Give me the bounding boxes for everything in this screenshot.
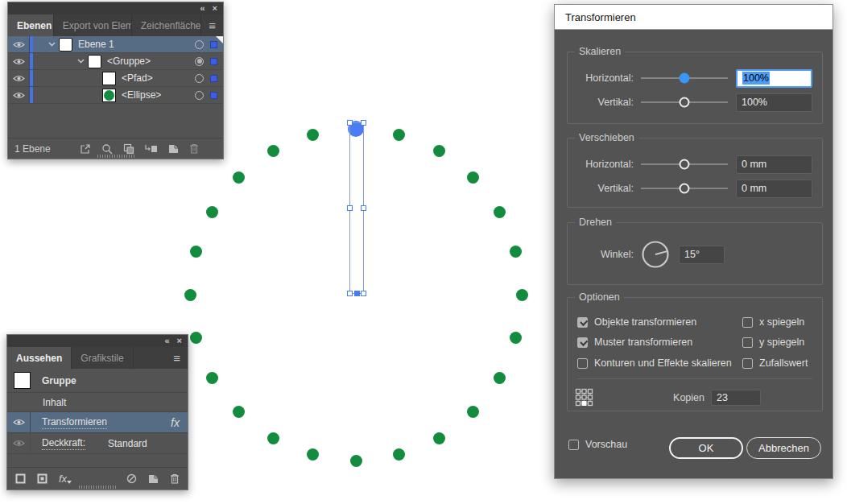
layer-name[interactable]: <Ellipse>	[122, 89, 161, 101]
close-panel-icon[interactable]: ×	[177, 337, 182, 345]
move-vertical-input[interactable]: 0 mm	[736, 180, 812, 198]
chevron-down-icon[interactable]	[73, 59, 88, 64]
pattern-dot[interactable]	[393, 448, 405, 461]
add-new-stroke-icon[interactable]	[15, 473, 26, 484]
ellipse-thumbnail[interactable]	[102, 89, 116, 102]
tab-ebenen[interactable]: Ebenen	[8, 14, 54, 36]
chevron-down-icon[interactable]	[44, 42, 59, 47]
checkbox[interactable]	[577, 317, 588, 328]
ok-button[interactable]: OK	[669, 437, 743, 459]
path-thumbnail[interactable]	[102, 72, 116, 85]
group-thumbnail[interactable]	[88, 55, 101, 68]
pattern-dot[interactable]	[350, 455, 362, 467]
new-sublayer-icon[interactable]	[145, 143, 158, 154]
visibility-eye-icon[interactable]	[8, 70, 30, 86]
angle-dial[interactable]	[640, 239, 671, 270]
pattern-dot[interactable]	[307, 129, 319, 141]
appearance-row-gruppe[interactable]: Gruppe	[7, 369, 188, 393]
selection-indicator-square[interactable]	[210, 92, 217, 99]
selection-handle-bottom-right[interactable]	[361, 291, 366, 296]
effect-link-transformieren[interactable]: Transformieren	[42, 416, 107, 429]
pattern-dot[interactable]	[267, 432, 279, 444]
slider-handle[interactable]	[680, 97, 690, 108]
panel-resize-gripper[interactable]	[79, 485, 116, 489]
checkbox-y-spiegeln[interactable]: y spiegeln	[742, 337, 804, 348]
checkbox[interactable]	[577, 358, 588, 369]
layer-row-ellipse[interactable]: <Ellipse>	[8, 87, 223, 104]
opacity-link[interactable]: Deckkraft:	[42, 437, 85, 450]
checkbox-konturen-effekte-skalieren[interactable]: Konturen und Effekte skalieren	[577, 357, 732, 369]
tab-grafikstile[interactable]: Grafikstile	[72, 347, 133, 369]
pattern-dot[interactable]	[190, 246, 202, 258]
checkbox-zufallswert[interactable]: Zufallswert	[742, 357, 808, 369]
move-horizontal-input[interactable]: 0 mm	[736, 155, 812, 174]
pattern-dot[interactable]	[467, 406, 479, 418]
selection-indicator-square[interactable]	[210, 58, 217, 65]
layer-row-ebene-1[interactable]: Ebene 1	[8, 36, 223, 53]
pattern-dot[interactable]	[516, 289, 528, 301]
visibility-eye-icon[interactable]	[7, 412, 31, 432]
selection-handle-bottom-left[interactable]	[347, 291, 353, 296]
delete-item-icon[interactable]	[170, 473, 180, 484]
add-new-fill-icon[interactable]	[37, 473, 48, 484]
tab-aussehen[interactable]: Aussehen	[7, 347, 72, 369]
collapse-panel-icon[interactable]: «	[200, 4, 205, 13]
slider-handle[interactable]	[680, 184, 690, 194]
copies-input[interactable]: 23	[711, 390, 761, 406]
pattern-dot[interactable]	[233, 171, 245, 184]
angle-input[interactable]: 15°	[679, 246, 725, 264]
checkbox-vorschau[interactable]: Vorschau	[568, 439, 627, 450]
target-circle-icon[interactable]	[195, 74, 204, 83]
scale-horizontal-slider[interactable]	[641, 77, 728, 79]
new-layer-icon[interactable]	[168, 144, 179, 154]
appearance-row-deckkraft[interactable]: Deckkraft: Standard	[7, 433, 188, 454]
move-vertical-slider[interactable]	[641, 188, 728, 189]
target-circle-targeted-icon[interactable]	[195, 57, 204, 66]
pattern-dot[interactable]	[206, 206, 218, 218]
selection-handle-mid-right[interactable]	[361, 205, 366, 211]
checkbox-x-spiegeln[interactable]: x spiegeln	[742, 316, 804, 328]
pattern-dot[interactable]	[184, 289, 196, 301]
layer-name[interactable]: <Gruppe>	[107, 56, 151, 67]
cancel-button[interactable]: Abbrechen	[746, 437, 821, 459]
layer-name[interactable]: <Pfad>	[122, 72, 153, 84]
pattern-dot[interactable]	[510, 332, 522, 344]
panel-resize-gripper[interactable]	[97, 155, 134, 158]
selection-handle-top-left[interactable]	[347, 120, 353, 126]
reference-point-locator[interactable]	[575, 388, 593, 407]
selection-bounding-box[interactable]	[349, 122, 364, 294]
pattern-dot[interactable]	[190, 332, 202, 344]
locate-object-icon[interactable]	[101, 143, 113, 155]
delete-layer-icon[interactable]	[189, 143, 199, 154]
pattern-dot[interactable]	[233, 406, 245, 418]
visibility-eye-icon[interactable]	[8, 53, 30, 69]
appearance-row-transformieren[interactable]: Transformieren fx	[7, 412, 188, 433]
pattern-dot[interactable]	[393, 129, 405, 141]
visibility-eye-icon[interactable]	[8, 36, 30, 52]
dialog-title[interactable]: Transformieren	[555, 5, 833, 30]
pattern-dot[interactable]	[307, 448, 319, 461]
selection-handle-top-right[interactable]	[361, 120, 366, 126]
appearance-row-inhalt[interactable]: Inhalt	[7, 393, 188, 412]
layer-thumbnail[interactable]	[59, 38, 72, 52]
scale-vertical-slider[interactable]	[641, 101, 728, 103]
add-new-effect-icon[interactable]: fx	[59, 473, 67, 485]
clear-appearance-icon[interactable]	[126, 473, 137, 484]
pattern-dot[interactable]	[494, 206, 506, 218]
visibility-eye-icon[interactable]	[8, 87, 30, 103]
target-circle-icon[interactable]	[195, 40, 204, 49]
selection-handle-mid-left[interactable]	[347, 205, 353, 211]
layer-row-pfad[interactable]: <Pfad>	[8, 70, 223, 87]
selection-anchor-bottom-center[interactable]	[354, 291, 360, 296]
checkbox[interactable]	[742, 337, 753, 348]
layer-name[interactable]: Ebene 1	[78, 39, 114, 50]
panel-menu-icon[interactable]: ≡	[166, 347, 188, 369]
panel-menu-icon[interactable]: ≡	[201, 14, 223, 36]
slider-handle[interactable]	[680, 159, 690, 170]
layer-row-gruppe[interactable]: <Gruppe>	[8, 53, 223, 70]
slider-handle[interactable]	[680, 73, 690, 84]
checkbox[interactable]	[742, 358, 753, 369]
pattern-dot[interactable]	[494, 372, 506, 384]
pattern-dot[interactable]	[267, 145, 279, 157]
checkbox-objekte-transformieren[interactable]: Objekte transformieren	[577, 316, 696, 328]
